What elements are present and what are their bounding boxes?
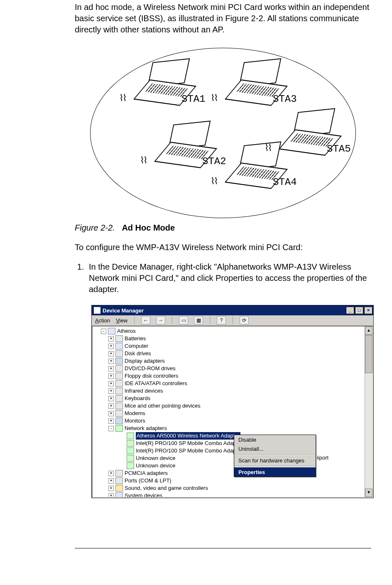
minimize-button[interactable]: _	[346, 307, 354, 314]
tree-item[interactable]: +Infrared devices	[93, 387, 365, 395]
scroll-up-button[interactable]: ▲	[365, 327, 372, 335]
station-label: STA5	[327, 143, 351, 155]
tree-item[interactable]: +Batteries	[93, 335, 365, 342]
tree-item-selected[interactable]: Atheros AR5000 Wireless Network Adapter	[93, 432, 365, 440]
tree-item[interactable]: +Keyboards	[93, 395, 365, 402]
tree-item[interactable]: +Modems	[93, 410, 365, 417]
expand-icon[interactable]: +	[108, 351, 114, 356]
keyboard-icon	[115, 395, 123, 402]
tree-item[interactable]: +System devices	[93, 492, 365, 497]
expand-icon[interactable]: +	[108, 411, 114, 416]
expand-icon[interactable]: +	[108, 388, 114, 394]
display-icon	[115, 358, 123, 364]
station-sta3: ⌇⌇ STA3	[223, 60, 285, 102]
infrared-icon	[115, 388, 123, 394]
expand-icon[interactable]: +	[108, 471, 114, 476]
menu-divider	[235, 454, 315, 455]
scroll-track[interactable]	[365, 335, 372, 489]
station-sta4: ⌇⌇ STA4	[223, 143, 285, 185]
wireless-icon: ⌇⌇	[265, 143, 271, 154]
nav-back-button[interactable]: ←	[141, 316, 150, 324]
ctx-properties[interactable]: Properties	[234, 467, 316, 477]
menu-toolbar: Action View ← → ▭ ▦ ? ⟳	[92, 315, 373, 326]
tree-item[interactable]: +IDE ATA/ATAPI controllers	[93, 380, 365, 387]
station-label: STA3	[273, 93, 297, 105]
scroll-thumb[interactable]	[365, 335, 372, 373]
toolbar-props-button[interactable]: ▦	[194, 316, 203, 324]
pcmcia-icon	[115, 470, 123, 477]
wireless-icon: ⌇⌇	[211, 176, 217, 187]
nic-icon	[127, 440, 134, 447]
expand-icon[interactable]: +	[108, 359, 114, 364]
device-tree[interactable]: - Atheros +Batteries +Computer +Disk dri…	[93, 327, 365, 497]
tree-item[interactable]: +Floppy disk controllers	[93, 372, 365, 380]
tree-item[interactable]: Intel(R) PRO/100 SP Mobile Combo Adapter	[93, 447, 365, 455]
context-menu: Disable Uninstall... Scan for hardware c…	[234, 435, 316, 477]
expand-icon[interactable]: +	[108, 344, 114, 349]
network-icon	[115, 425, 123, 432]
mouse-icon	[115, 403, 123, 409]
nic-icon	[127, 433, 134, 439]
tree-item[interactable]: +Computer	[93, 342, 365, 350]
expand-icon[interactable]: +	[108, 403, 114, 409]
expand-icon[interactable]: +	[108, 396, 114, 401]
tree-item[interactable]: +Mice and other pointing devices	[93, 402, 365, 410]
modem-icon	[115, 410, 123, 417]
floppy-icon	[115, 373, 123, 379]
menu-view[interactable]: View	[116, 317, 127, 324]
scroll-down-button[interactable]: ▼	[365, 489, 372, 497]
maximize-button[interactable]: □	[355, 307, 363, 314]
toolbar-help-button[interactable]: ?	[217, 316, 226, 324]
ctx-scan[interactable]: Scan for hardware changes	[234, 456, 316, 465]
wireless-icon: ⌇⌇	[140, 155, 147, 166]
tree-item[interactable]: Intel(R) PRO/100 SP Mobile Combo Adapter	[93, 440, 365, 447]
collapse-icon[interactable]: -	[108, 426, 114, 431]
tree-item-network-adapters[interactable]: -Network adapters	[93, 425, 365, 432]
tree-item[interactable]: +Sound, video and game controllers	[93, 484, 365, 492]
collapse-icon[interactable]: -	[101, 329, 106, 334]
tree-item[interactable]: +Monitors	[93, 417, 365, 425]
tree-root[interactable]: - Atheros	[93, 327, 365, 335]
wireless-icon: ⌇⌇	[119, 93, 126, 104]
intro-paragraph: In ad hoc mode, a Wireless Network mini …	[75, 2, 371, 35]
config-intro: To configure the WMP-A13V Wireless Netwo…	[75, 242, 371, 253]
step-1: In the Device Manager, right-click "Alph…	[86, 261, 371, 295]
system-icon	[115, 492, 123, 497]
vertical-scrollbar[interactable]: ▲ ▼	[365, 327, 372, 497]
tree-item[interactable]: +DVD/CD-ROM drives	[93, 365, 365, 372]
expand-icon[interactable]: +	[108, 381, 114, 386]
disk-icon	[115, 350, 123, 357]
station-label: STA2	[202, 156, 226, 167]
expand-icon[interactable]: +	[108, 486, 114, 491]
titlebar[interactable]: Device Manager _ □ ×	[92, 305, 373, 315]
nic-icon	[127, 447, 134, 454]
expand-icon[interactable]: +	[108, 493, 114, 497]
toolbar-up-button[interactable]: ▭	[179, 316, 188, 324]
figure-adhoc: ⌇⌇ STA1 ⌇⌇ STA3 ⌇⌇ STA2 ⌇⌇ STA4 ⌇⌇	[75, 48, 371, 218]
menu-action[interactable]: Action	[95, 317, 110, 324]
ctx-uninstall[interactable]: Uninstall...	[234, 444, 316, 453]
ctx-disable[interactable]: Disable	[234, 435, 316, 444]
sound-icon	[115, 485, 123, 492]
station-label: STA4	[273, 177, 297, 188]
station-sta5: ⌇⌇ STA5	[277, 110, 339, 152]
tree-item[interactable]: Unknown device	[93, 462, 365, 469]
device-manager-window: Device Manager _ □ × Action View ← → ▭ ▦…	[91, 305, 374, 498]
tree-item[interactable]: +Ports (COM & LPT)	[93, 477, 365, 484]
expand-icon[interactable]: +	[108, 366, 114, 371]
close-button[interactable]: ×	[364, 307, 372, 314]
expand-icon[interactable]: +	[108, 418, 114, 424]
expand-icon[interactable]: +	[108, 336, 114, 342]
menu-divider	[235, 466, 315, 467]
expand-icon[interactable]: +	[108, 374, 114, 379]
tree-item[interactable]: +Disk drives	[93, 350, 365, 357]
steps-list: In the Device Manager, right-click "Alph…	[75, 261, 371, 295]
obscured-text: iiport	[317, 455, 328, 461]
nic-icon	[127, 455, 134, 462]
tree-item[interactable]: +PCMCIA adapters	[93, 469, 365, 477]
tree-item[interactable]: +Display adapters	[93, 357, 365, 365]
expand-icon[interactable]: +	[108, 478, 114, 484]
toolbar-refresh-button[interactable]: ⟳	[240, 316, 249, 324]
nav-forward-button[interactable]: →	[156, 316, 165, 324]
app-icon	[93, 307, 101, 314]
